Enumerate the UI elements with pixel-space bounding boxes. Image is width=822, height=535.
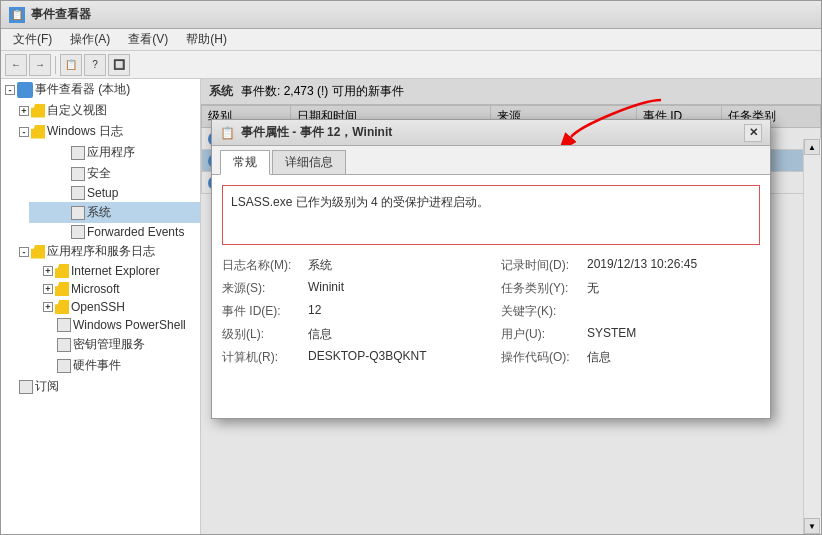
- field-task-category: 任务类别(Y): 无: [501, 280, 760, 297]
- sidebar-root[interactable]: - 事件查看器 (本地): [1, 79, 200, 100]
- root-toggle[interactable]: -: [5, 85, 15, 95]
- tab-general[interactable]: 常规: [220, 150, 270, 175]
- dialog-tabs: 常规 详细信息: [212, 146, 770, 175]
- event-properties-dialog: 📋 事件属性 - 事件 12，Wininit ✕ 常规 详细信息 LSASS.e…: [211, 119, 771, 419]
- field-opcode: 操作代码(O): 信息: [501, 349, 760, 366]
- sidebar-item-app-services-label: 应用程序和服务日志: [47, 243, 155, 260]
- menu-view[interactable]: 查看(V): [120, 29, 176, 50]
- field-recorded-time-value: 2019/12/13 10:26:45: [587, 257, 697, 274]
- toolbar: ← → 📋 ? 🔲: [1, 51, 821, 79]
- sidebar-item-ie[interactable]: + Internet Explorer: [1, 262, 200, 280]
- field-level-value: 信息: [308, 326, 332, 343]
- tab-details[interactable]: 详细信息: [272, 150, 346, 174]
- hardware-icon: [57, 359, 71, 373]
- main-window: 📋 事件查看器 文件(F) 操作(A) 查看(V) 帮助(H) ← → 📋 ? …: [0, 0, 822, 535]
- sidebar-item-ie-label: Internet Explorer: [71, 264, 160, 278]
- sidebar-item-setup[interactable]: Setup: [29, 184, 200, 202]
- window-title: 事件查看器: [31, 6, 813, 23]
- back-button[interactable]: ←: [5, 54, 27, 76]
- menu-help[interactable]: 帮助(H): [178, 29, 235, 50]
- dialog-scrollbar: ▲ ▼: [803, 139, 821, 534]
- sidebar-item-microsoft[interactable]: + Microsoft: [1, 280, 200, 298]
- field-keyword: 关键字(K):: [501, 303, 760, 320]
- field-event-id: 事件 ID(E): 12: [222, 303, 481, 320]
- field-level-label: 级别(L):: [222, 326, 302, 343]
- setup-log-icon: [71, 186, 85, 200]
- field-recorded-time: 记录时间(D): 2019/12/13 10:26:45: [501, 257, 760, 274]
- app-services-folder-icon: [31, 245, 45, 259]
- sidebar-item-application-label: 应用程序: [87, 144, 135, 161]
- sidebar-item-app-services[interactable]: - 应用程序和服务日志: [15, 241, 200, 262]
- dialog-close-button[interactable]: ✕: [744, 124, 762, 142]
- windows-logs-toggle[interactable]: -: [19, 127, 29, 137]
- sidebar-item-powershell-label: Windows PowerShell: [73, 318, 186, 332]
- field-opcode-label: 操作代码(O):: [501, 349, 581, 366]
- sidebar-item-powershell[interactable]: Windows PowerShell: [1, 316, 200, 334]
- title-bar: 📋 事件查看器: [1, 1, 821, 29]
- powershell-log-icon: [57, 318, 71, 332]
- ie-folder-icon: [55, 264, 69, 278]
- sidebar-item-forwarded-events-label: Forwarded Events: [87, 225, 184, 239]
- scroll-track[interactable]: [804, 155, 821, 518]
- menu-file[interactable]: 文件(F): [5, 29, 60, 50]
- sidebar-item-setup-label: Setup: [87, 186, 118, 200]
- event-message: LSASS.exe 已作为级别为 4 的受保护进程启动。: [222, 185, 760, 245]
- sidebar: - 事件查看器 (本地) + 自定义视图 - Windows 日志 应用程序: [1, 79, 201, 534]
- ie-toggle[interactable]: +: [43, 266, 53, 276]
- field-event-id-value: 12: [308, 303, 321, 320]
- dialog-title-icon: 📋: [220, 126, 235, 140]
- computer-icon: [17, 82, 33, 98]
- custom-views-toggle[interactable]: +: [19, 106, 29, 116]
- sidebar-item-custom-views[interactable]: + 自定义视图: [15, 100, 200, 121]
- sidebar-item-subscription-label: 订阅: [35, 378, 59, 395]
- windows-logs-folder-icon: [31, 125, 45, 139]
- subscription-icon: [19, 380, 33, 394]
- sidebar-item-system-label: 系统: [87, 204, 111, 221]
- sidebar-item-subscription[interactable]: 订阅: [15, 376, 200, 397]
- field-user: 用户(U): SYSTEM: [501, 326, 760, 343]
- sidebar-item-openssh[interactable]: + OpenSSH: [1, 298, 200, 316]
- sidebar-item-openssh-label: OpenSSH: [71, 300, 125, 314]
- key-mgmt-icon: [57, 338, 71, 352]
- sidebar-item-windows-logs[interactable]: - Windows 日志: [15, 121, 200, 142]
- microsoft-folder-icon: [55, 282, 69, 296]
- sidebar-root-label: 事件查看器 (本地): [35, 81, 130, 98]
- field-log-name-label: 日志名称(M):: [222, 257, 302, 274]
- app-services-toggle[interactable]: -: [19, 247, 29, 257]
- field-computer-label: 计算机(R):: [222, 349, 302, 366]
- field-source-value: Wininit: [308, 280, 344, 297]
- sidebar-item-forwarded-events[interactable]: Forwarded Events: [29, 223, 200, 241]
- sidebar-item-hardware[interactable]: 硬件事件: [1, 355, 200, 376]
- menu-bar: 文件(F) 操作(A) 查看(V) 帮助(H): [1, 29, 821, 51]
- scroll-down-button[interactable]: ▼: [804, 518, 820, 534]
- forwarded-events-icon: [71, 225, 85, 239]
- properties-button[interactable]: 📋: [60, 54, 82, 76]
- microsoft-toggle[interactable]: +: [43, 284, 53, 294]
- toolbar-separator-1: [55, 56, 56, 74]
- field-task-category-label: 任务类别(Y):: [501, 280, 581, 297]
- main-content: - 事件查看器 (本地) + 自定义视图 - Windows 日志 应用程序: [1, 79, 821, 534]
- sidebar-item-key-mgmt[interactable]: 密钥管理服务: [1, 334, 200, 355]
- dialog-content: LSASS.exe 已作为级别为 4 的受保护进程启动。 日志名称(M): 系统…: [212, 175, 770, 418]
- field-user-value: SYSTEM: [587, 326, 636, 343]
- field-event-id-label: 事件 ID(E):: [222, 303, 302, 320]
- dialog-title: 事件属性 - 事件 12，Wininit: [241, 124, 738, 141]
- app-icon: 📋: [9, 7, 25, 23]
- dialog-title-bar: 📋 事件属性 - 事件 12，Wininit ✕: [212, 120, 770, 146]
- scroll-up-button[interactable]: ▲: [804, 139, 820, 155]
- sidebar-item-hardware-label: 硬件事件: [73, 357, 121, 374]
- openssh-toggle[interactable]: +: [43, 302, 53, 312]
- system-log-icon: [71, 206, 85, 220]
- sidebar-item-security[interactable]: 安全: [29, 163, 200, 184]
- forward-button[interactable]: →: [29, 54, 51, 76]
- sidebar-item-application[interactable]: 应用程序: [29, 142, 200, 163]
- help-button[interactable]: ?: [84, 54, 106, 76]
- dialog-overlay: 📋 事件属性 - 事件 12，Wininit ✕ 常规 详细信息 LSASS.e…: [201, 79, 821, 534]
- dialog-fields: 日志名称(M): 系统 记录时间(D): 2019/12/13 10:26:45…: [222, 257, 760, 366]
- content-pane: 系统 事件数: 2,473 (!) 可用的新事件 级别 日期和时间 来源 事件 …: [201, 79, 821, 534]
- menu-action[interactable]: 操作(A): [62, 29, 118, 50]
- field-computer-value: DESKTOP-Q3BQKNT: [308, 349, 426, 366]
- sidebar-item-system[interactable]: 系统: [29, 202, 200, 223]
- extra-button[interactable]: 🔲: [108, 54, 130, 76]
- sidebar-item-security-label: 安全: [87, 165, 111, 182]
